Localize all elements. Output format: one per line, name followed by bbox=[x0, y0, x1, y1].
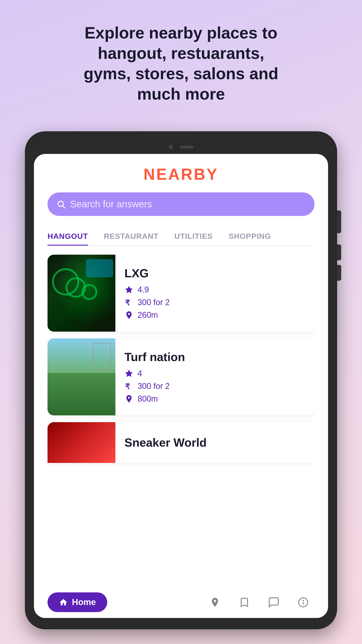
tab-utilities[interactable]: UTILITIES bbox=[174, 227, 213, 245]
place-card-lxg[interactable]: LXG 4.9 ₹ bbox=[47, 255, 315, 332]
home-icon bbox=[59, 598, 68, 607]
place-image-turf bbox=[47, 338, 115, 415]
rupee-icon-turf: ₹ bbox=[124, 382, 133, 391]
place-meta-turf: 4 ₹ 300 for 2 bbox=[124, 369, 306, 404]
tablet-screen: NEARBY Search for answers HANGOUT RESTAU… bbox=[34, 154, 328, 618]
tab-hangout[interactable]: HANGOUT bbox=[47, 227, 88, 245]
nav-location-button[interactable] bbox=[204, 591, 226, 614]
place-info-lxg: LXG 4.9 ₹ bbox=[115, 255, 315, 332]
rupee-icon-lxg: ₹ bbox=[124, 298, 133, 307]
nav-info-icon bbox=[298, 597, 309, 608]
lxg-decor-3 bbox=[81, 284, 97, 300]
volume-button-up[interactable] bbox=[337, 244, 341, 260]
location-icon-turf bbox=[124, 394, 133, 404]
svg-line-1 bbox=[63, 206, 65, 208]
location-icon-lxg bbox=[124, 310, 133, 320]
place-image-sneaker bbox=[47, 422, 115, 463]
app-content: NEARBY Search for answers HANGOUT RESTAU… bbox=[34, 154, 328, 586]
distance-value-lxg: 260m bbox=[138, 310, 158, 320]
nav-bookmark-button[interactable] bbox=[233, 591, 256, 614]
lxg-screen-decor bbox=[86, 259, 113, 277]
svg-text:₹: ₹ bbox=[125, 298, 130, 307]
sensor-bar bbox=[180, 146, 193, 148]
rating-value-lxg: 4.9 bbox=[138, 285, 149, 294]
price-value-turf: 300 for 2 bbox=[138, 382, 170, 391]
place-meta-lxg: 4.9 ₹ 300 for 2 bbox=[124, 285, 306, 320]
app-title: NEARBY bbox=[47, 165, 315, 183]
turf-net-decor bbox=[93, 343, 111, 370]
bottom-nav: Home bbox=[34, 586, 328, 618]
star-icon-turf bbox=[124, 369, 133, 378]
home-button[interactable]: Home bbox=[47, 592, 107, 612]
search-bar[interactable]: Search for answers bbox=[47, 192, 315, 216]
tab-restaurant[interactable]: RESTAURANT bbox=[104, 227, 159, 245]
price-row-turf: ₹ 300 for 2 bbox=[124, 382, 306, 391]
power-button[interactable] bbox=[337, 210, 341, 233]
category-tabs: HANGOUT RESTAURANT UTILITIES SHOPPING bbox=[47, 227, 315, 246]
search-placeholder: Search for answers bbox=[70, 199, 152, 210]
camera-dot bbox=[169, 145, 173, 150]
tablet-device: NEARBY Search for answers HANGOUT RESTAU… bbox=[25, 131, 337, 629]
distance-row-lxg: 260m bbox=[124, 310, 306, 320]
place-card-turf[interactable]: Turf nation 4 ₹ bbox=[47, 338, 315, 415]
nav-bookmark-icon bbox=[239, 597, 250, 608]
rating-row-lxg: 4.9 bbox=[124, 285, 306, 294]
home-label: Home bbox=[72, 597, 96, 607]
hero-heading: Explore nearby places to hangout, restua… bbox=[79, 23, 283, 104]
svg-text:₹: ₹ bbox=[125, 382, 130, 391]
place-name-sneaker: Sneaker World bbox=[115, 422, 216, 463]
star-icon-lxg bbox=[124, 285, 133, 294]
volume-button-down[interactable] bbox=[337, 265, 341, 281]
distance-value-turf: 800m bbox=[138, 394, 158, 404]
nav-location-icon bbox=[210, 597, 220, 608]
place-info-turf: Turf nation 4 ₹ bbox=[115, 338, 315, 415]
price-row-lxg: ₹ 300 for 2 bbox=[124, 298, 306, 307]
distance-row-turf: 800m bbox=[124, 394, 306, 404]
nav-info-button[interactable] bbox=[292, 591, 315, 614]
nav-chat-button[interactable] bbox=[263, 591, 285, 614]
rating-row-turf: 4 bbox=[124, 369, 306, 378]
nav-chat-icon bbox=[268, 597, 279, 608]
place-image-lxg bbox=[47, 255, 115, 332]
search-icon bbox=[56, 200, 66, 209]
rating-value-turf: 4 bbox=[138, 369, 142, 378]
tab-shopping[interactable]: SHOPPING bbox=[229, 227, 271, 245]
place-card-sneaker[interactable]: Sneaker World bbox=[47, 422, 315, 463]
places-list: LXG 4.9 ₹ bbox=[47, 255, 315, 586]
place-name-lxg: LXG bbox=[124, 266, 306, 280]
tablet-top-bar bbox=[34, 142, 328, 152]
place-name-turf: Turf nation bbox=[124, 350, 306, 364]
price-value-lxg: 300 for 2 bbox=[138, 298, 170, 307]
